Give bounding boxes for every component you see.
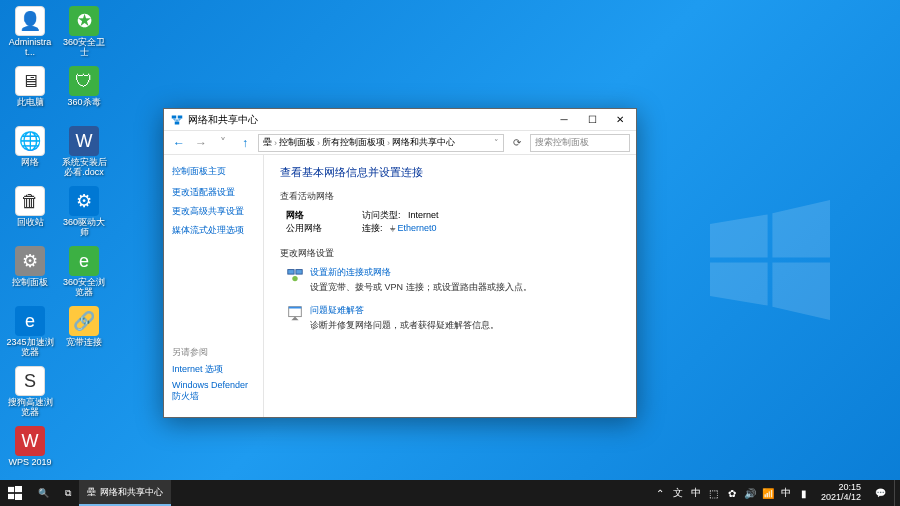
minimize-button[interactable]: ─ — [550, 110, 578, 130]
refresh-button[interactable]: ⟳ — [508, 137, 526, 148]
desktop-icon[interactable]: 👤Administrat... — [4, 4, 56, 62]
task-view-button[interactable]: ⧉ — [57, 480, 79, 506]
tray-icon[interactable]: ▮ — [797, 486, 811, 500]
app-icon: W — [69, 126, 99, 156]
desktop-icon[interactable]: e2345加速浏览器 — [4, 304, 56, 362]
search-input[interactable]: 搜索控制面板 — [530, 134, 630, 152]
sidebar-link-media[interactable]: 媒体流式处理选项 — [172, 224, 255, 237]
desktop-icon[interactable]: 🛡360杀毒 — [58, 64, 110, 122]
change-settings-label: 更改网络设置 — [280, 247, 620, 260]
app-icon: 🖥 — [15, 66, 45, 96]
tray-icon[interactable]: 中 — [779, 486, 793, 500]
show-desktop-button[interactable] — [894, 480, 900, 506]
svg-rect-8 — [8, 487, 14, 492]
tray-icon[interactable]: 中 — [689, 486, 703, 500]
svg-rect-11 — [15, 494, 22, 500]
app-icon: ✪ — [69, 6, 99, 36]
desktop-icon[interactable]: e360安全浏览器 — [58, 244, 110, 302]
system-tray: ⌃文中⬚✿🔊📶中▮ — [649, 486, 815, 500]
desktop-icon[interactable]: ⚙控制面板 — [4, 244, 56, 302]
breadcrumb-icon: 壘 — [263, 136, 272, 149]
desktop-icon[interactable]: S搜狗高速浏览器 — [4, 364, 56, 422]
setup-connection-link[interactable]: 设置新的连接或网络 — [310, 266, 532, 279]
clock[interactable]: 20:15 2021/4/12 — [815, 483, 867, 503]
breadcrumb-seg[interactable]: 所有控制面板项 — [322, 136, 385, 149]
notifications-button[interactable]: 💬 — [867, 480, 894, 506]
back-button[interactable]: ← — [170, 134, 188, 152]
taskbar-app-network[interactable]: 壘 网络和共享中心 — [79, 480, 171, 506]
connection-link[interactable]: Ethernet0 — [398, 223, 437, 233]
start-button[interactable] — [0, 480, 30, 506]
sidebar-link-adapter[interactable]: 更改适配器设置 — [172, 186, 255, 199]
breadcrumb-seg[interactable]: 控制面板 — [279, 136, 315, 149]
desktop-icon[interactable]: 🖥此电脑 — [4, 64, 56, 122]
app-icon: 🌐 — [15, 126, 45, 156]
desktop-icon[interactable]: 🗑回收站 — [4, 184, 56, 242]
network-name: 网络 — [286, 209, 322, 222]
window-title: 网络和共享中心 — [188, 113, 550, 127]
ethernet-icon: ⏚ — [390, 223, 395, 233]
close-button[interactable]: ✕ — [606, 110, 634, 130]
tray-icon[interactable]: 🔊 — [743, 486, 757, 500]
setup-connection-icon — [286, 266, 304, 284]
svg-rect-3 — [288, 270, 294, 275]
up-button[interactable]: ↑ — [236, 134, 254, 152]
sidebar: 控制面板主页 更改适配器设置 更改高级共享设置 媒体流式处理选项 另请参阅 In… — [164, 155, 264, 417]
see-also-label: 另请参阅 — [172, 346, 255, 359]
desktop-icons-grid: 👤Administrat...✪360安全卫士🖥此电脑🛡360杀毒🌐网络W系统安… — [4, 4, 110, 482]
app-icon: ⚙ — [69, 186, 99, 216]
titlebar[interactable]: 网络和共享中心 ─ ☐ ✕ — [164, 109, 636, 131]
app-icon: 🔗 — [69, 306, 99, 336]
page-heading: 查看基本网络信息并设置连接 — [280, 165, 620, 180]
desktop-icon[interactable]: ✪360安全卫士 — [58, 4, 110, 62]
taskbar: 🔍 ⧉ 壘 网络和共享中心 ⌃文中⬚✿🔊📶中▮ 20:15 2021/4/12 … — [0, 480, 900, 506]
active-network-row: 网络 公用网络 访问类型: Internet 连接: ⏚ Ethernet0 — [280, 209, 620, 235]
control-panel-home-link[interactable]: 控制面板主页 — [172, 165, 255, 178]
network-icon: 壘 — [87, 486, 96, 499]
tray-icon[interactable]: ⌃ — [653, 486, 667, 500]
troubleshoot-link[interactable]: 问题疑难解答 — [310, 304, 499, 317]
desktop-icon[interactable]: WWPS 2019 — [4, 424, 56, 482]
active-networks-label: 查看活动网络 — [280, 190, 620, 203]
tray-icon[interactable]: 文 — [671, 486, 685, 500]
desktop[interactable]: 👤Administrat...✪360安全卫士🖥此电脑🛡360杀毒🌐网络W系统安… — [0, 0, 900, 506]
forward-button[interactable]: → — [192, 134, 210, 152]
tray-icon[interactable]: 📶 — [761, 486, 775, 500]
svg-point-5 — [292, 276, 297, 281]
network-icon — [170, 113, 184, 127]
desktop-icon[interactable]: ⚙360驱动大师 — [58, 184, 110, 242]
main-content: 查看基本网络信息并设置连接 查看活动网络 网络 公用网络 访问类型: Inter… — [264, 155, 636, 417]
tray-icon[interactable]: ⬚ — [707, 486, 721, 500]
app-icon: S — [15, 366, 45, 396]
windows-logo-wallpaper — [710, 200, 830, 320]
troubleshoot-icon — [286, 304, 304, 322]
svg-rect-0 — [172, 115, 177, 118]
recent-dropdown[interactable]: ˅ — [214, 134, 232, 152]
desktop-icon[interactable]: W系统安装后必看.docx — [58, 124, 110, 182]
app-icon: ⚙ — [15, 246, 45, 276]
tray-icon[interactable]: ✿ — [725, 486, 739, 500]
search-button[interactable]: 🔍 — [30, 480, 57, 506]
svg-rect-9 — [15, 486, 22, 492]
svg-rect-4 — [296, 270, 302, 275]
desktop-icon[interactable]: 🌐网络 — [4, 124, 56, 182]
sidebar-link-sharing[interactable]: 更改高级共享设置 — [172, 205, 255, 218]
maximize-button[interactable]: ☐ — [578, 110, 606, 130]
svg-rect-2 — [175, 121, 180, 124]
svg-rect-7 — [289, 307, 302, 309]
network-type: 公用网络 — [286, 223, 322, 233]
app-icon: 🛡 — [69, 66, 99, 96]
navigation-bar: ← → ˅ ↑ 壘 › 控制面板 › 所有控制面板项 › 网络和共享中心 ˅ ⟳… — [164, 131, 636, 155]
app-icon: 👤 — [15, 6, 45, 36]
internet-options-link[interactable]: Internet 选项 — [172, 363, 255, 376]
troubleshoot-item: 问题疑难解答 诊断并修复网络问题，或者获得疑难解答信息。 — [280, 304, 620, 332]
defender-firewall-link[interactable]: Windows Defender 防火墙 — [172, 380, 255, 403]
app-icon: 🗑 — [15, 186, 45, 216]
svg-rect-1 — [178, 115, 183, 118]
app-icon: e — [15, 306, 45, 336]
breadcrumb-seg[interactable]: 网络和共享中心 — [392, 136, 455, 149]
svg-rect-10 — [8, 494, 14, 499]
app-icon: W — [15, 426, 45, 456]
address-bar[interactable]: 壘 › 控制面板 › 所有控制面板项 › 网络和共享中心 ˅ — [258, 134, 504, 152]
desktop-icon[interactable]: 🔗宽带连接 — [58, 304, 110, 362]
